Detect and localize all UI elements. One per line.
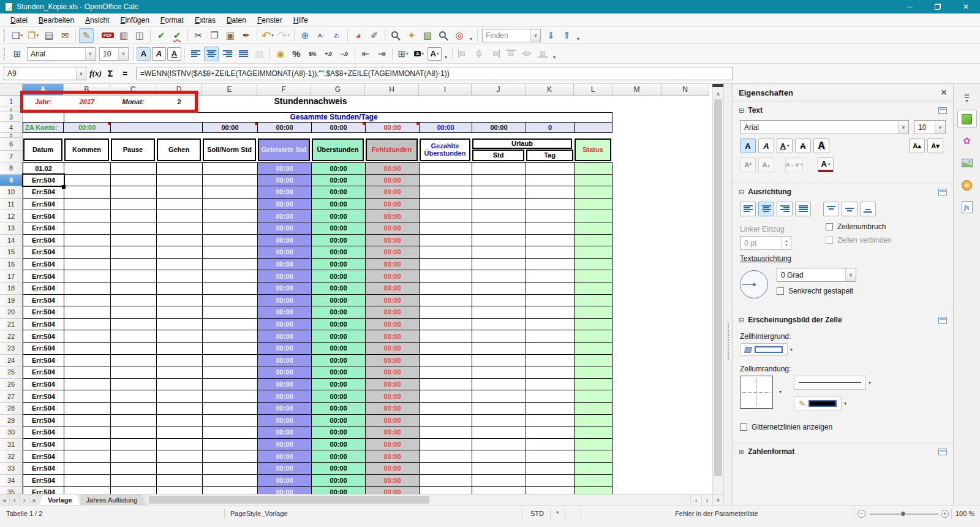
cell-E35[interactable]: [203, 487, 258, 494]
cell-C25[interactable]: [111, 366, 157, 378]
align-middle-icon[interactable]: [842, 202, 858, 216]
bold-icon[interactable]: A: [137, 47, 151, 61]
align-justify-icon[interactable]: [236, 47, 251, 61]
percent-format-icon[interactable]: %: [289, 47, 304, 61]
cell-B27[interactable]: [64, 390, 111, 402]
delete-decimal-icon[interactable]: −.0: [337, 47, 352, 61]
cell-E10[interactable]: [203, 186, 258, 198]
navigator-deck-icon[interactable]: [957, 176, 977, 194]
font-size-dropdown-icon[interactable]: ∨: [935, 121, 945, 134]
cell-E28[interactable]: [203, 403, 258, 414]
cell-C19[interactable]: [111, 295, 157, 306]
column-header-F[interactable]: F: [257, 84, 311, 96]
cell-H24[interactable]: 00:00: [366, 355, 420, 366]
horizontal-scrollbar[interactable]: [148, 495, 690, 505]
find-previous-icon[interactable]: ⇑: [559, 28, 574, 43]
cell-G33[interactable]: 00:00: [312, 463, 366, 474]
cell-F32[interactable]: 00:00: [258, 450, 312, 462]
find-toolbar-overflow-icon[interactable]: ▾: [575, 28, 582, 43]
cell-L33[interactable]: [575, 463, 613, 474]
cell-B28[interactable]: [64, 403, 111, 414]
cell-E27[interactable]: [203, 390, 258, 402]
cell-J33[interactable]: [472, 463, 526, 474]
cell-F13[interactable]: 00:00: [258, 222, 312, 234]
cell-G15[interactable]: 00:00: [312, 246, 366, 258]
cell-E31[interactable]: [203, 439, 258, 450]
cell-I16[interactable]: [420, 259, 472, 270]
gallery-icon[interactable]: ▧: [420, 28, 435, 43]
cell-B20[interactable]: [64, 306, 111, 318]
cell-H23[interactable]: 00:00: [366, 343, 420, 354]
line-color-button[interactable]: [794, 396, 842, 411]
cell-D30[interactable]: [157, 427, 203, 438]
rotation-angle-value[interactable]: 0 Grad: [777, 271, 845, 279]
font-size-select[interactable]: 10: [100, 50, 118, 58]
next-sheet-icon[interactable]: ›: [20, 495, 29, 505]
cell-J11[interactable]: [472, 199, 526, 210]
cell-C30[interactable]: [111, 427, 157, 438]
new-document-icon[interactable]: ❏▾: [10, 28, 24, 43]
cell-B10[interactable]: [64, 186, 111, 198]
table-header-kommen[interactable]: Kommen: [64, 138, 109, 161]
cell-F29[interactable]: 00:00: [258, 415, 312, 427]
column-header-M[interactable]: M: [612, 84, 662, 96]
cell-G29[interactable]: 00:00: [312, 415, 366, 427]
sidebar-menu-icon[interactable]: [957, 88, 977, 106]
cell-H16[interactable]: 00:00: [366, 259, 420, 270]
cell-J34[interactable]: [472, 475, 526, 487]
cell-K32[interactable]: [526, 450, 575, 462]
decrease-indent-icon[interactable]: ⇤: [358, 47, 373, 61]
minimize-button[interactable]: [895, 0, 924, 13]
row-header-9[interactable]: 9: [0, 175, 23, 187]
redo-icon[interactable]: ↷▾: [276, 28, 291, 43]
cell-K19[interactable]: [526, 295, 575, 306]
row-header-34[interactable]: 34: [0, 475, 23, 487]
spellcheck-icon[interactable]: ✔: [154, 28, 168, 43]
cell-G23[interactable]: 00:00: [312, 343, 366, 354]
row-header-12[interactable]: 12: [0, 210, 23, 222]
collapse-icon[interactable]: [739, 107, 744, 115]
cell-A15[interactable]: Err:504: [23, 246, 64, 258]
number-format-dialog-launcher-icon[interactable]: [938, 449, 947, 455]
cell-F30[interactable]: 00:00: [258, 427, 312, 438]
cell-E34[interactable]: [203, 475, 258, 487]
cell-J18[interactable]: [472, 282, 526, 294]
cell-H30[interactable]: 00:00: [366, 427, 420, 438]
row-header-10[interactable]: 10: [0, 186, 23, 199]
cell-D23[interactable]: [157, 343, 203, 354]
cell-A8[interactable]: 01.02: [23, 163, 64, 174]
font-name-select-combo[interactable]: Arial∨: [27, 47, 96, 61]
appearance-dialog-launcher-icon[interactable]: [938, 317, 947, 324]
column-header-J[interactable]: J: [472, 84, 526, 96]
cell-K15[interactable]: [526, 246, 575, 258]
cell-G16[interactable]: 00:00: [312, 259, 366, 270]
cell-F8[interactable]: 00:00: [258, 163, 312, 174]
scroll-left-icon[interactable]: [690, 495, 701, 505]
cell-L24[interactable]: [575, 355, 613, 366]
menu-item-bearbeiten[interactable]: Bearbeiten: [33, 15, 80, 26]
cell-K35[interactable]: [526, 487, 575, 494]
row-header-30[interactable]: 30: [0, 427, 23, 439]
cell-E11[interactable]: [203, 199, 258, 210]
cell-H13[interactable]: 00:00: [366, 222, 420, 234]
sheet-title[interactable]: Stundennachweis: [202, 95, 419, 107]
find-next-icon[interactable]: ⇓: [543, 28, 558, 43]
standard-format-icon[interactable]: $%: [305, 47, 320, 61]
cell-C10[interactable]: [111, 186, 157, 198]
row-header-31[interactable]: 31: [0, 439, 23, 451]
sidebar-panel-icon[interactable]: ⊞: [10, 47, 24, 61]
cell-A17[interactable]: Err:504: [23, 270, 64, 282]
indent-stepper[interactable]: 0 pt ▲▼: [740, 236, 791, 250]
cell-K11[interactable]: [526, 199, 575, 210]
cell-B18[interactable]: [64, 282, 111, 294]
cell-B24[interactable]: [64, 355, 111, 366]
zoom-icon[interactable]: [436, 28, 451, 43]
cell-L34[interactable]: [575, 475, 613, 487]
cell-H11[interactable]: 00:00: [366, 199, 420, 210]
cell-H20[interactable]: 00:00: [366, 306, 420, 318]
cell-J30[interactable]: [472, 427, 526, 438]
sidebar-strikethrough-icon[interactable]: [795, 138, 811, 153]
cell-C24[interactable]: [111, 355, 157, 366]
cell-B15[interactable]: [64, 246, 111, 258]
summary-row[interactable]: ZA Konto:00:0000:0000:0000:0000:0000:000…: [23, 122, 612, 133]
